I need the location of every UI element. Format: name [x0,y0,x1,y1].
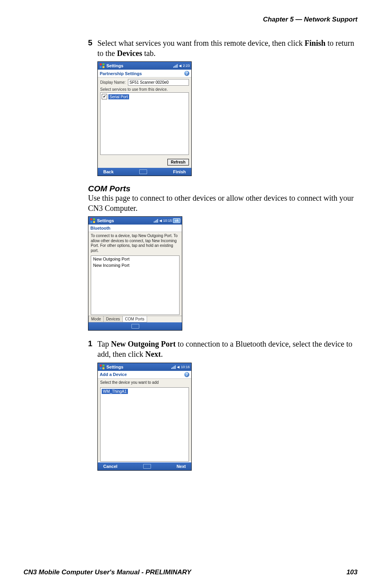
screenshot-bluetooth-com-ports: Settings ◀ 10:15 ok Bluetooth To connect… [88,216,182,331]
tab-com-ports[interactable]: COM Ports [122,316,147,322]
ports-list[interactable]: New Outgoing Port New Incoming Port [91,255,180,315]
signal-icon [154,219,158,223]
titlebar-title: Settings [106,63,173,68]
subheader: Partnership Settings ? [98,70,191,77]
screenshot-add-device: Settings ◀ 10:16 Add a Device ? Select t… [97,363,192,471]
com-ports-heading: COM Ports [88,184,356,193]
services-list[interactable]: ✔ Serial Port [100,92,189,155]
step-1-text: Tap New Outgoing Port to connection to a… [97,339,356,359]
chapter-header: Chapter 5 — Network Support [23,16,358,23]
new-incoming-port[interactable]: New Incoming Port [91,262,179,268]
tabs: Mode Devices COM Ports [88,316,182,322]
clock: 10:16 [181,365,190,369]
svg-rect-2 [100,66,102,68]
devices-list[interactable]: WM_ThingA1 [100,387,189,462]
cancel-button[interactable]: Cancel [103,464,117,469]
bottom-bar [88,322,182,330]
titlebar: Settings ◀ 10:15 ok [88,217,182,225]
refresh-button[interactable]: Refresh [167,159,189,165]
speaker-icon: ◀ [159,219,162,223]
titlebar: Settings ◀ 10:16 [98,363,191,371]
bottom-bar: Back Finish [98,168,191,176]
com-ports-paragraph: Use this page to connect to other device… [88,193,356,213]
svg-rect-4 [90,218,92,220]
titlebar-title: Settings [106,365,171,369]
signal-icon [173,64,178,68]
subheader: Add a Device ? [98,371,191,379]
titlebar-status: ◀ 2:23 [173,64,190,68]
service-serial-port[interactable]: ✔ Serial Port [101,93,189,101]
svg-rect-5 [93,218,95,220]
titlebar-status: ◀ 10:15 ok [154,218,180,223]
subheader: Bluetooth [88,225,182,232]
speaker-icon: ◀ [179,64,182,68]
step-1: 1 Tap New Outgoing Port to connection to… [88,339,356,359]
back-button[interactable]: Back [103,169,113,174]
windows-flag-icon [99,63,105,68]
tab-mode[interactable]: Mode [88,316,104,322]
device-wm-thinga1[interactable]: WM_ThingA1 [102,389,128,394]
finish-button[interactable]: Finish [173,169,186,174]
svg-rect-0 [100,63,102,65]
keyboard-icon[interactable] [143,464,151,469]
display-name-label: Display Name: [100,80,126,85]
ok-button[interactable]: ok [173,218,180,223]
speaker-icon: ◀ [177,365,180,369]
svg-rect-11 [102,367,104,369]
svg-rect-6 [90,221,92,223]
step-5: 5 Select what services you want from thi… [88,38,356,58]
page-footer: CN3 Mobile Computer User's Manual - PREL… [23,568,358,576]
svg-rect-9 [102,365,104,367]
screenshot-partnership-settings: Settings ◀ 2:23 Partnership Settings ? D… [97,61,192,176]
next-button[interactable]: Next [176,464,186,469]
titlebar-title: Settings [97,218,154,223]
clock: 10:15 [163,219,172,223]
step-5-text: Select what services you want from this … [97,38,356,58]
new-outgoing-port[interactable]: New Outgoing Port [91,256,179,262]
windows-flag-icon [90,218,95,223]
step-1-number: 1 [88,339,97,359]
clock: 2:23 [183,64,190,68]
bottom-bar: Cancel Next [98,462,191,470]
tab-devices[interactable]: Devices [103,316,123,322]
svg-rect-7 [93,221,95,223]
svg-rect-10 [100,367,102,369]
windows-flag-icon [99,364,105,370]
help-icon[interactable]: ? [184,71,189,76]
svg-rect-3 [102,66,104,68]
checkbox-checked-icon[interactable]: ✔ [102,94,107,99]
help-icon[interactable]: ? [184,372,189,377]
footer-manual-title: CN3 Mobile Computer User's Manual - PREL… [23,568,191,576]
keyboard-icon[interactable] [139,169,147,174]
titlebar-status: ◀ 10:16 [171,365,190,369]
signal-icon [171,365,176,369]
add-device-instruction: Select the device you want to add [98,379,191,387]
step-5-number: 5 [88,38,97,58]
display-name-input[interactable]: SF51 Scanner 0020e0 [128,79,189,86]
services-instruction: Select services to use from this device. [98,87,191,92]
keyboard-icon[interactable] [131,324,139,329]
svg-rect-8 [100,365,102,367]
com-ports-instruction: To connect to a device, tap New Outgoing… [88,232,182,255]
titlebar: Settings ◀ 2:23 [98,62,191,70]
svg-rect-1 [102,63,104,65]
footer-page-number: 103 [347,568,358,576]
